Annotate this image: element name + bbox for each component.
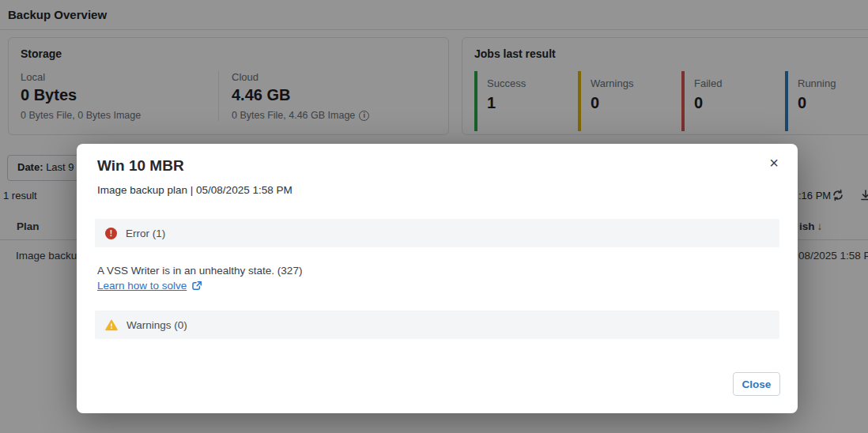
warning-section-bar[interactable]: Warnings (0)	[95, 311, 779, 339]
close-icon[interactable]: ×	[769, 155, 779, 171]
error-section-bar[interactable]: ! Error (1)	[95, 219, 779, 247]
solve-link-row: Learn how to solve	[97, 280, 202, 292]
dialog-subtitle: Image backup plan | 05/08/2025 1:58 PM	[97, 184, 292, 196]
dialog-title: Win 10 MBR	[97, 157, 184, 175]
error-section-label: Error (1)	[126, 228, 165, 239]
external-link-icon	[191, 281, 202, 292]
warning-section-label: Warnings (0)	[126, 319, 187, 331]
plan-result-dialog: Win 10 MBR Image backup plan | 05/08/202…	[77, 144, 798, 413]
error-icon: !	[105, 228, 117, 239]
close-button[interactable]: Close	[733, 372, 780, 396]
learn-how-to-solve-link[interactable]: Learn how to solve	[97, 280, 187, 292]
error-message: A VSS Writer is in an unhealthy state. (…	[97, 265, 302, 277]
warning-icon	[105, 319, 118, 331]
